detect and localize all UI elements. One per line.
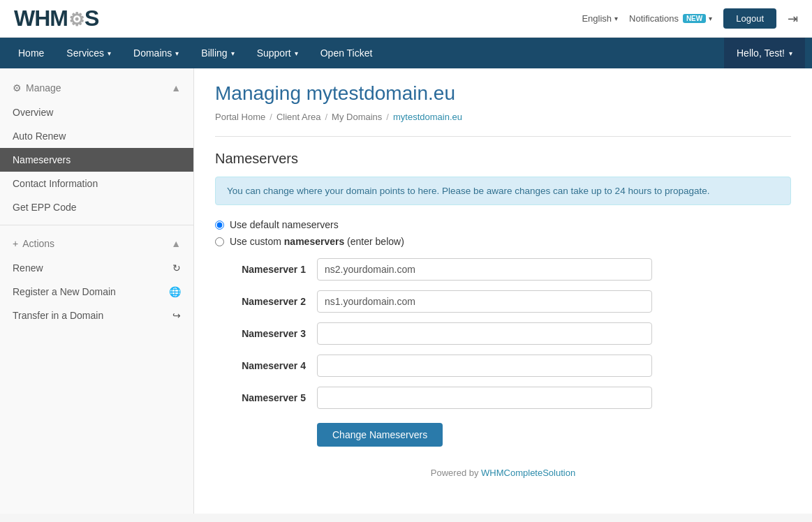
ns-row-5: Nameserver 5 — [215, 387, 791, 409]
ns-input-3[interactable] — [317, 322, 652, 345]
signout-icon[interactable]: ⇥ — [788, 11, 798, 27]
radio-custom-input[interactable] — [215, 237, 224, 246]
language-label: English — [582, 13, 612, 24]
nav-bar: Home Services ▾ Domains ▾ Billing ▾ Supp… — [0, 38, 812, 68]
footer: Powered by WHMCompleteSolution — [215, 468, 791, 478]
sidebar-item-label: Transfer in a Domain — [13, 310, 103, 321]
info-box: You can change where your domain points … — [215, 177, 791, 205]
sidebar-item-label: Get EPP Code — [13, 202, 77, 213]
footer-link[interactable]: WHMCompleteSolution — [481, 468, 575, 478]
top-right: English ▾ Notifications NEW ▾ Logout ⇥ — [582, 8, 798, 29]
manage-label: Manage — [26, 82, 61, 94]
share-icon: ↪ — [172, 310, 181, 321]
chevron-down-icon: ▾ — [175, 50, 179, 57]
change-nameservers-button[interactable]: Change Nameservers — [317, 423, 443, 447]
nav-hello[interactable]: Hello, Test! ▾ — [724, 38, 805, 68]
sidebar-item-label: Renew — [13, 262, 43, 274]
nav-home[interactable]: Home — [7, 38, 55, 68]
sidebar-item-label: Nameservers — [13, 154, 71, 165]
content-area: Managing mytestdomain.eu Portal Home / C… — [194, 68, 812, 514]
sidebar-item-label: Contact Information — [13, 178, 98, 189]
gear-icon: ⚙ — [13, 82, 22, 94]
breadcrumb-sep: / — [386, 112, 389, 122]
globe-icon: 🌐 — [169, 286, 181, 297]
sidebar-item-label: Auto Renew — [13, 130, 66, 142]
breadcrumb-sep: / — [325, 112, 327, 122]
nameserver-radio-group: Use default nameservers Use custom names… — [215, 219, 791, 247]
ns-label-1: Nameserver 1 — [215, 264, 306, 275]
breadcrumb-sep: / — [270, 112, 272, 122]
footer-text: Powered by — [431, 468, 479, 478]
logo-text: WHM⚙S — [14, 6, 98, 31]
nav-billing[interactable]: Billing ▾ — [190, 38, 245, 68]
nav-services-label: Services — [66, 47, 104, 59]
nav-billing-label: Billing — [201, 47, 227, 59]
ns-row-1: Nameserver 1 — [215, 258, 791, 281]
nameservers-heading: Nameservers — [215, 151, 791, 167]
radio-default-input[interactable] — [215, 221, 224, 230]
logo-gear-icon: ⚙ — [68, 9, 84, 31]
breadcrumb: Portal Home / Client Area / My Domains /… — [215, 112, 791, 122]
sidebar-action-register-domain[interactable]: Register a New Domain 🌐 — [0, 280, 193, 304]
radio-custom-nameservers[interactable]: Use custom nameservers (enter below) — [215, 236, 791, 247]
chevron-down-icon: ▾ — [709, 15, 712, 22]
sidebar-item-get-epp-code[interactable]: Get EPP Code — [0, 195, 193, 219]
ns-input-2[interactable] — [317, 290, 652, 313]
page-title: Managing mytestdomain.eu — [215, 82, 791, 105]
ns-label-3: Nameserver 3 — [215, 328, 306, 339]
ns-row-2: Nameserver 2 — [215, 290, 791, 313]
sidebar-actions-header[interactable]: + Actions ▲ — [0, 231, 193, 256]
nav-support-label: Support — [257, 47, 291, 59]
ns-row-3: Nameserver 3 — [215, 322, 791, 345]
actions-section-title: + Actions — [13, 238, 54, 249]
refresh-icon: ↻ — [172, 262, 181, 274]
logout-button[interactable]: Logout — [723, 8, 776, 29]
sidebar-item-auto-renew[interactable]: Auto Renew — [0, 124, 193, 148]
sidebar-manage-header[interactable]: ⚙ Manage ▲ — [0, 75, 193, 100]
breadcrumb-my-domains[interactable]: My Domains — [332, 112, 382, 122]
breadcrumb-active: mytestdomain.eu — [393, 112, 462, 122]
radio-custom-label: Use custom nameservers (enter below) — [230, 236, 404, 247]
section-divider — [215, 136, 791, 137]
nav-services[interactable]: Services ▾ — [55, 38, 122, 68]
hello-label: Hello, Test! — [737, 47, 785, 59]
sidebar-divider — [0, 225, 193, 225]
nameserver-fields: Nameserver 1 Nameserver 2 Nameserver 3 N… — [215, 258, 791, 409]
nav-domains-label: Domains — [133, 47, 172, 59]
sidebar-item-contact-information[interactable]: Contact Information — [0, 172, 193, 195]
chevron-up-icon: ▲ — [171, 238, 181, 249]
plus-icon: + — [13, 238, 18, 249]
sidebar-action-transfer-domain[interactable]: Transfer in a Domain ↪ — [0, 304, 193, 327]
radio-default-label: Use default nameservers — [230, 219, 339, 230]
logo: WHM⚙S — [14, 6, 98, 31]
sidebar-item-nameservers[interactable]: Nameservers — [0, 148, 193, 172]
notifications-link[interactable]: Notifications NEW ▾ — [629, 13, 712, 24]
radio-default-nameservers[interactable]: Use default nameservers — [215, 219, 791, 230]
chevron-down-icon: ▾ — [231, 50, 235, 57]
top-bar: WHM⚙S English ▾ Notifications NEW ▾ Logo… — [0, 0, 812, 38]
notifications-badge: NEW — [683, 14, 706, 23]
chevron-down-icon: ▾ — [295, 50, 298, 57]
sidebar-action-renew[interactable]: Renew ↻ — [0, 256, 193, 280]
chevron-up-icon: ▲ — [171, 82, 181, 94]
chevron-down-icon: ▾ — [789, 50, 792, 57]
language-selector[interactable]: English ▾ — [582, 13, 618, 24]
nav-support[interactable]: Support ▾ — [246, 38, 309, 68]
sidebar-item-overview[interactable]: Overview — [0, 100, 193, 124]
ns-row-4: Nameserver 4 — [215, 355, 791, 377]
ns-label-5: Nameserver 5 — [215, 392, 306, 403]
nav-open-ticket[interactable]: Open Ticket — [309, 38, 384, 68]
manage-section-title: ⚙ Manage — [13, 82, 61, 94]
ns-input-5[interactable] — [317, 387, 652, 409]
breadcrumb-portal-home[interactable]: Portal Home — [215, 112, 265, 122]
sidebar: ⚙ Manage ▲ Overview Auto Renew Nameserve… — [0, 68, 194, 514]
main-container: ⚙ Manage ▲ Overview Auto Renew Nameserve… — [0, 68, 812, 514]
ns-input-1[interactable] — [317, 258, 652, 281]
ns-input-4[interactable] — [317, 355, 652, 377]
nav-domains[interactable]: Domains ▾ — [122, 38, 190, 68]
notifications-label: Notifications — [629, 13, 679, 24]
chevron-down-icon: ▾ — [108, 50, 111, 57]
ns-label-4: Nameserver 4 — [215, 360, 306, 371]
actions-label: Actions — [22, 238, 54, 249]
breadcrumb-client-area[interactable]: Client Area — [276, 112, 321, 122]
